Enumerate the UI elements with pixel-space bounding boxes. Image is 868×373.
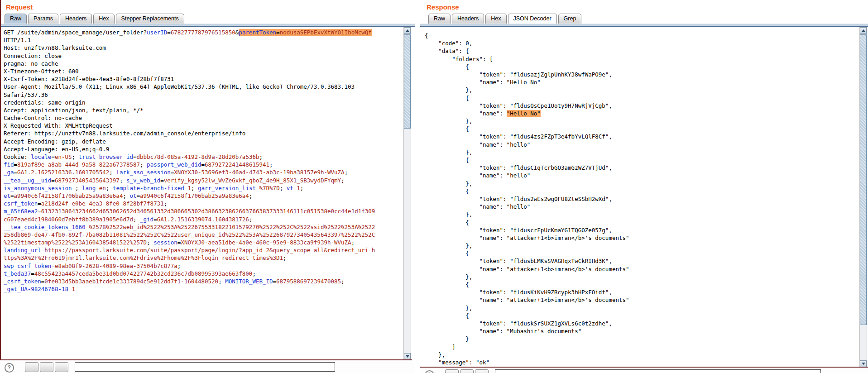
search-bar-button[interactable]: [475, 369, 489, 373]
code-line: c607eaed4c1984060d7ebff8b389a1905e6d7d; …: [4, 215, 403, 223]
code-text: X-Timezone-Offset: 600: [4, 68, 79, 75]
response-tab-strip: [420, 24, 868, 27]
code-text: =: [10, 192, 14, 199]
code-line: "name": "hello": [425, 203, 859, 210]
tab-raw[interactable]: Raw: [428, 14, 451, 24]
code-text: =: [256, 185, 259, 191]
code-text: {: [425, 125, 469, 132]
code-text: "name": "hello": [425, 172, 530, 179]
code-text: 61323138643234662d653062652d346561332d38…: [41, 208, 375, 215]
code-text: pragma: no-cache: [4, 60, 58, 67]
code-line: Cookie: locale=en-US; trust_browser_id=d…: [4, 153, 403, 161]
code-text: "name": "Mubashir's documents": [425, 328, 581, 335]
request-code[interactable]: GET /suite/admin/space_manage/user_folde…: [1, 27, 403, 293]
code-line: Connection: close: [4, 52, 403, 60]
tab-headers[interactable]: Headers: [60, 14, 92, 24]
request-panel: Request RawParamsHeadersHexStepper Repla…: [0, 0, 415, 373]
highlighted-text: "Hello No": [507, 110, 541, 117]
code-text: __tea__ug__uid: [4, 177, 51, 184]
code-text: GET /suite/admin/space_manage/user_folde…: [4, 29, 147, 36]
code-text: a9940c6f42158f1706bab25a9a83e6a4: [140, 192, 249, 199]
search-bar-button[interactable]: [40, 362, 53, 372]
code-text: et: [4, 192, 10, 199]
code-text: ot: [129, 192, 136, 199]
response-editor[interactable]: { "code": 0, "data": { "folders": [ { "t…: [420, 27, 859, 368]
scrollbar-thumb[interactable]: [860, 34, 867, 325]
code-line: swp_csrf_token=e8ab08f9-2628-4089-98ea-3…: [4, 262, 403, 270]
tab-grep[interactable]: Grep: [558, 14, 582, 24]
code-line: "name": "attacker+1<b>imran</b>'s docume…: [425, 265, 859, 273]
code-line: "token": "fldusazjZglpUnhKY38wfWaPO9e",: [425, 71, 859, 78]
search-bar-button[interactable]: [445, 369, 459, 373]
code-text: ;: [140, 161, 147, 168]
code-text: GA1.2.1625216336.1601705542: [17, 169, 109, 176]
code-line: },: [425, 148, 859, 156]
code-text: lark_sso_session: [116, 169, 170, 176]
help-icon[interactable]: ?: [425, 370, 434, 373]
search-bar-button[interactable]: [25, 362, 38, 372]
code-text: =: [273, 278, 277, 285]
search-input[interactable]: [75, 362, 335, 372]
code-text: },: [425, 180, 472, 187]
request-scrollbar[interactable]: [403, 27, 411, 360]
help-icon[interactable]: ?: [5, 363, 14, 373]
tab-raw[interactable]: Raw: [5, 14, 27, 24]
response-code[interactable]: { "code": 0, "data": { "folders": [ { "t…: [420, 27, 859, 366]
scroll-up-button[interactable]: [404, 27, 411, 34]
code-line: {: [425, 156, 859, 164]
code-line: X-Timezone-Offset: 600: [4, 67, 403, 75]
code-text: Accept-Language: en-US,en;q=0.9: [4, 146, 109, 153]
panel-border-left: [0, 0, 1, 360]
code-text: =: [96, 185, 99, 191]
scroll-down-button[interactable]: [404, 353, 411, 360]
code-text: },: [425, 149, 472, 156]
scroll-down-button[interactable]: [860, 360, 867, 367]
code-line: m_65f68ea2=61323138643234662d653062652d3…: [4, 207, 403, 215]
code-text: lang: [82, 185, 96, 191]
code-text: a9940c6f42158f1706bab25a9a83e6a4: [14, 192, 123, 199]
tab-json-decoder[interactable]: JSON Decoder: [508, 14, 557, 24]
code-line: },: [425, 242, 859, 249]
code-line: "name": "hello": [425, 172, 859, 179]
arrow-up-icon: [406, 29, 409, 32]
code-text: }: [425, 335, 469, 342]
code-line: {: [425, 125, 859, 133]
code-text: MONITOR_WEB_ID: [225, 278, 273, 285]
tab-hex[interactable]: Hex: [485, 14, 506, 24]
code-text: =: [201, 161, 205, 168]
code-line: "token": "flduskSrSUXZ1gXVLs6c0t2zdhe",: [425, 320, 859, 327]
code-line: "token": "fldus4zs2FZpT3e4fbYvLQlF8Cf",: [425, 133, 859, 140]
code-line: },: [425, 180, 859, 187]
code-text: _ga: [4, 169, 14, 176]
code-text: 1: [72, 286, 76, 292]
tab-params[interactable]: Params: [28, 14, 58, 24]
code-line: "token": "fldusbLMKsSVAGHqxTwCkRIHd3K",: [425, 257, 859, 265]
code-text: ;: [351, 239, 355, 246]
code-text: 6879273405435643397: [55, 177, 120, 184]
code-line: },: [425, 351, 859, 359]
code-line: {: [425, 94, 859, 102]
code-line: Safari/537.36: [4, 91, 403, 99]
code-text: userID: [147, 29, 167, 36]
code-text: verify_kgsy52lw_WvZeGxkf_qboZ_4e9H_85X1_…: [164, 177, 341, 184]
code-text: garr_version_list: [198, 185, 256, 191]
code-text: 819af89e-a8ab-444d-9a58-822a67378587: [17, 161, 140, 168]
response-scrollbar[interactable]: [859, 27, 867, 368]
code-text: },: [425, 118, 472, 124]
request-tabs: RawParamsHeadersHexStepper Replacements: [5, 13, 186, 24]
code-text: ttps%3A%2F%2Fro619jmr1l.larksuite.com%2F…: [4, 254, 283, 261]
request-editor[interactable]: GET /suite/admin/space_manage/user_folde…: [1, 27, 403, 359]
code-text: =: [51, 263, 55, 269]
tab-hex[interactable]: Hex: [93, 14, 114, 24]
code-text: session: [153, 239, 177, 246]
tab-headers[interactable]: Headers: [452, 14, 484, 24]
code-text: en: [99, 185, 106, 191]
code-text: User-Agent: Mozilla/5.0 (X11; Linux x86_…: [4, 83, 355, 90]
search-bar-button[interactable]: [460, 369, 474, 373]
code-text: "token": "fldusKiKvH9ZRcypk3hHPxFOidf",: [425, 289, 612, 296]
scrollbar-thumb[interactable]: [404, 34, 411, 129]
search-bar-button[interactable]: [55, 362, 68, 372]
scroll-up-button[interactable]: [860, 27, 867, 34]
search-input[interactable]: [495, 369, 821, 373]
tab-stepper-replacements[interactable]: Stepper Replacements: [116, 14, 184, 24]
